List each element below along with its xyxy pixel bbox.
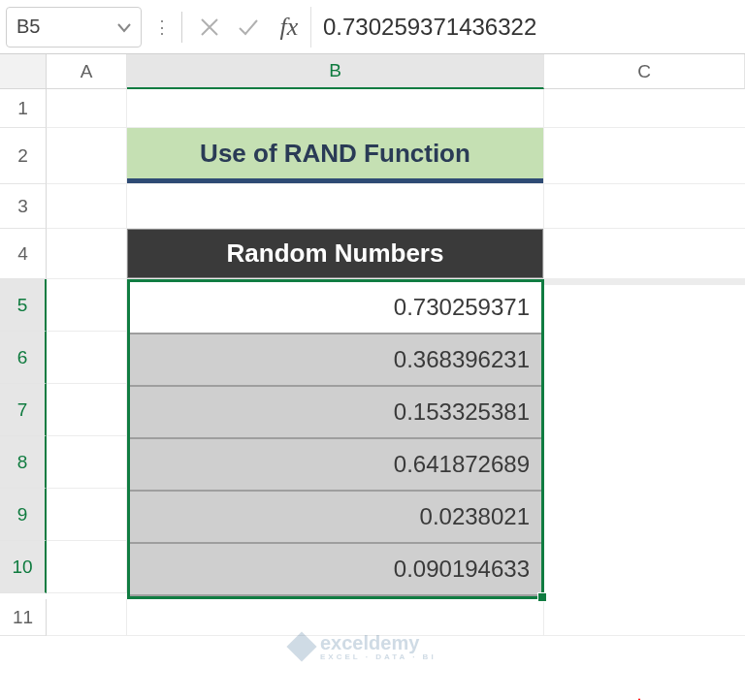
- data-cell[interactable]: 0.0238021: [130, 492, 541, 544]
- chevron-down-icon[interactable]: [117, 16, 131, 38]
- table-header: Random Numbers: [127, 229, 543, 278]
- cell[interactable]: [127, 89, 544, 128]
- title-cell-wrap[interactable]: Use of RAND Function: [127, 128, 544, 184]
- cell[interactable]: [544, 284, 745, 285]
- cell[interactable]: [47, 332, 127, 384]
- cell[interactable]: [47, 599, 127, 636]
- cell[interactable]: [47, 229, 127, 279]
- watermark-subtext: EXCEL · DATA · BI: [320, 652, 437, 661]
- row-header-4[interactable]: 4: [0, 229, 47, 279]
- select-all-corner[interactable]: [0, 54, 47, 89]
- name-box-value: B5: [16, 16, 40, 38]
- column-headers: A B C: [47, 54, 745, 89]
- data-cell[interactable]: 0.153325381: [130, 387, 541, 439]
- cell[interactable]: [127, 184, 544, 229]
- row-header-10[interactable]: 10: [0, 541, 47, 593]
- data-cell[interactable]: 0.730259371: [130, 282, 541, 334]
- selection-range[interactable]: 0.730259371 0.368396231 0.153325381 0.64…: [127, 279, 544, 599]
- name-box[interactable]: B5: [6, 7, 142, 48]
- divider: [181, 12, 182, 43]
- vertical-dots-icon: ⋮: [151, 16, 174, 38]
- row-header-7[interactable]: 7: [0, 384, 47, 436]
- data-cell[interactable]: 0.641872689: [130, 439, 541, 492]
- cell[interactable]: [47, 489, 127, 541]
- formula-value[interactable]: 0.730259371436322: [310, 7, 739, 48]
- row-header-8[interactable]: 8: [0, 436, 47, 489]
- cell[interactable]: [47, 184, 127, 229]
- cell[interactable]: [47, 279, 127, 332]
- cell[interactable]: [47, 128, 127, 184]
- cancel-button[interactable]: [190, 8, 229, 47]
- row-header-2[interactable]: 2: [0, 128, 47, 184]
- data-cell[interactable]: 0.090194633: [130, 544, 541, 596]
- fx-icon[interactable]: fx: [268, 13, 310, 42]
- col-header-a[interactable]: A: [47, 54, 127, 89]
- row-header-9[interactable]: 9: [0, 489, 47, 541]
- cell[interactable]: [47, 384, 127, 436]
- cell[interactable]: [544, 184, 745, 229]
- logo-icon: [286, 631, 316, 661]
- watermark-text: exceldemy: [320, 632, 419, 653]
- spreadsheet-grid: A B C 1 2 Use of RAND Function 3: [0, 54, 745, 636]
- formula-bar: B5 ⋮ fx 0.730259371436322: [0, 0, 745, 54]
- cell[interactable]: [544, 229, 745, 279]
- col-header-c[interactable]: C: [544, 54, 745, 89]
- cell[interactable]: [544, 128, 745, 184]
- col-header-b[interactable]: B: [127, 54, 544, 89]
- row-header-1[interactable]: 1: [0, 89, 47, 128]
- table-header-cell[interactable]: Random Numbers: [127, 229, 544, 279]
- cell[interactable]: [544, 89, 745, 128]
- cell[interactable]: [47, 541, 127, 593]
- row-header-6[interactable]: 6: [0, 332, 47, 384]
- cell[interactable]: [47, 436, 127, 489]
- row-header-11[interactable]: 11: [0, 599, 47, 636]
- sheet-title: Use of RAND Function: [127, 128, 543, 183]
- row-header-3[interactable]: 3: [0, 184, 47, 229]
- data-cell[interactable]: 0.368396231: [130, 334, 541, 387]
- cell[interactable]: [544, 599, 745, 636]
- cell[interactable]: [47, 89, 127, 128]
- watermark: exceldemy EXCEL · DATA · BI: [291, 632, 437, 661]
- enter-button[interactable]: [229, 8, 268, 47]
- cell[interactable]: [127, 599, 544, 636]
- row-header-5[interactable]: 5: [0, 279, 47, 332]
- fill-handle[interactable]: [537, 592, 547, 602]
